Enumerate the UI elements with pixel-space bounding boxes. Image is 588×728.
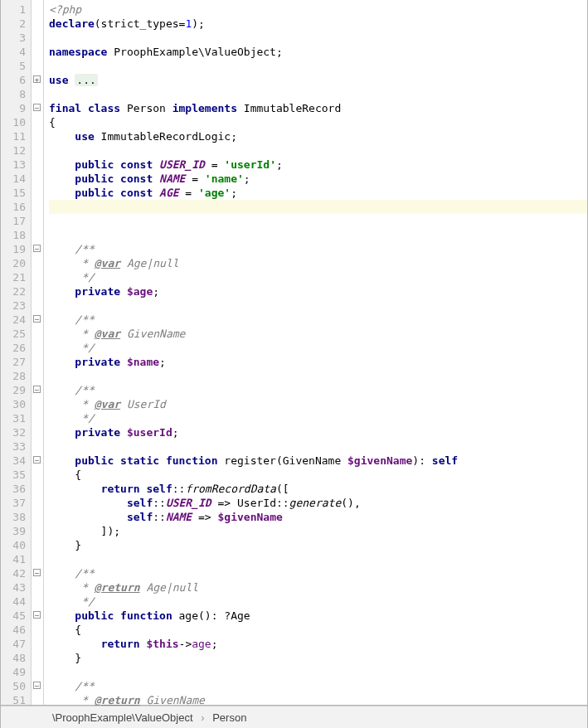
code-line[interactable] xyxy=(49,214,587,228)
fold-toggle-icon[interactable] xyxy=(33,611,41,619)
code-line[interactable] xyxy=(49,87,587,101)
line-number[interactable]: 14 xyxy=(1,172,26,186)
line-number[interactable]: 35 xyxy=(1,468,26,482)
line-number[interactable]: 20 xyxy=(1,256,26,270)
line-number[interactable]: 49 xyxy=(1,665,26,679)
code-line[interactable] xyxy=(49,31,587,45)
code-line[interactable] xyxy=(49,439,587,454)
code-line[interactable]: namespace ProophExample\ValueObject; xyxy=(49,45,587,59)
code-line[interactable]: private $name; xyxy=(49,355,587,369)
line-number[interactable]: 13 xyxy=(1,158,26,172)
line-number[interactable]: 45 xyxy=(1,609,26,623)
code-line[interactable]: */ xyxy=(49,270,587,284)
code-line[interactable]: /** xyxy=(49,313,587,327)
code-line[interactable]: /** xyxy=(49,383,587,397)
line-number-gutter[interactable]: 1234568910111213141516171819202122232425… xyxy=(1,0,32,705)
code-line[interactable] xyxy=(49,200,587,214)
breadcrumb-leaf[interactable]: Person xyxy=(212,711,246,724)
line-number[interactable]: 24 xyxy=(1,313,26,327)
code-line[interactable]: private $userId; xyxy=(49,425,587,439)
line-number[interactable]: 43 xyxy=(1,580,26,595)
code-line[interactable]: } xyxy=(49,538,587,552)
line-number[interactable]: 10 xyxy=(1,115,26,129)
line-number[interactable]: 42 xyxy=(1,566,26,580)
line-number[interactable]: 28 xyxy=(1,369,26,383)
line-number[interactable]: 27 xyxy=(1,355,26,369)
code-line[interactable]: use ... xyxy=(49,73,587,87)
code-line[interactable]: public const NAME = 'name'; xyxy=(49,172,587,186)
code-editor[interactable]: 1234568910111213141516171819202122232425… xyxy=(1,0,587,706)
line-number[interactable]: 29 xyxy=(1,383,26,397)
line-number[interactable]: 18 xyxy=(1,228,26,242)
code-line[interactable]: public static function register(GivenNam… xyxy=(49,454,587,468)
code-line[interactable] xyxy=(49,143,587,158)
fold-toggle-icon[interactable] xyxy=(33,104,41,111)
code-line[interactable]: use ImmutableRecordLogic; xyxy=(49,129,587,143)
code-line[interactable]: { xyxy=(49,468,587,482)
line-number[interactable]: 3 xyxy=(1,31,26,45)
fold-toggle-icon[interactable] xyxy=(33,569,41,576)
line-number[interactable]: 15 xyxy=(1,186,26,200)
code-line[interactable] xyxy=(49,369,587,383)
line-number[interactable]: 37 xyxy=(1,496,26,510)
code-line[interactable] xyxy=(49,552,587,566)
fold-toggle-icon[interactable] xyxy=(33,245,41,252)
breadcrumb-root[interactable]: \ProophExample\ValueObject xyxy=(52,711,193,724)
line-number[interactable]: 51 xyxy=(1,693,26,707)
line-number[interactable]: 47 xyxy=(1,637,26,651)
line-number[interactable]: 41 xyxy=(1,552,26,566)
code-line[interactable]: public const USER_ID = 'userId'; xyxy=(49,158,587,172)
line-number[interactable]: 33 xyxy=(1,439,26,454)
code-line[interactable]: * @var GivenName xyxy=(49,327,587,341)
code-line[interactable]: * @var UserId xyxy=(49,397,587,411)
line-number[interactable]: 16 xyxy=(1,200,26,214)
code-line[interactable]: */ xyxy=(49,411,587,425)
code-line[interactable] xyxy=(49,298,587,313)
line-number[interactable]: 5 xyxy=(1,59,26,73)
code-area[interactable]: <?phpdeclare(strict_types=1); namespace … xyxy=(44,0,587,705)
fold-toggle-icon[interactable] xyxy=(33,682,41,689)
code-line[interactable]: * @return Age|null xyxy=(49,580,587,595)
line-number[interactable]: 11 xyxy=(1,129,26,143)
line-number[interactable]: 30 xyxy=(1,397,26,411)
line-number[interactable]: 31 xyxy=(1,411,26,425)
line-number[interactable]: 12 xyxy=(1,143,26,158)
line-number[interactable]: 34 xyxy=(1,454,26,468)
code-line[interactable]: * @return GivenName xyxy=(49,693,587,707)
line-number[interactable]: 4 xyxy=(1,45,26,59)
line-number[interactable]: 6 xyxy=(1,73,26,87)
fold-toggle-icon[interactable] xyxy=(33,315,41,323)
code-line[interactable]: */ xyxy=(49,341,587,355)
line-number[interactable]: 19 xyxy=(1,242,26,256)
code-line[interactable]: declare(strict_types=1); xyxy=(49,17,587,31)
code-line[interactable]: private $age; xyxy=(49,284,587,298)
code-line[interactable]: /** xyxy=(49,566,587,580)
code-line[interactable]: /** xyxy=(49,679,587,693)
line-number[interactable]: 26 xyxy=(1,341,26,355)
line-number[interactable]: 32 xyxy=(1,425,26,439)
code-line[interactable]: { xyxy=(49,623,587,637)
code-line[interactable]: self::USER_ID => UserId::generate(), xyxy=(49,496,587,510)
line-number[interactable]: 36 xyxy=(1,482,26,496)
code-line[interactable]: * @var Age|null xyxy=(49,256,587,270)
breadcrumb[interactable]: \ProophExample\ValueObject › Person xyxy=(1,706,587,728)
fold-column[interactable] xyxy=(32,0,44,705)
line-number[interactable]: 46 xyxy=(1,623,26,637)
fold-toggle-icon[interactable] xyxy=(33,386,41,393)
code-line[interactable]: ]); xyxy=(49,524,587,538)
code-line[interactable] xyxy=(49,228,587,242)
code-line[interactable]: return self::fromRecordData([ xyxy=(49,482,587,496)
line-number[interactable]: 1 xyxy=(1,2,26,17)
code-line[interactable]: return $this->age; xyxy=(49,637,587,651)
line-number[interactable]: 39 xyxy=(1,524,26,538)
line-number[interactable]: 9 xyxy=(1,101,26,115)
line-number[interactable]: 48 xyxy=(1,651,26,665)
code-line[interactable] xyxy=(49,59,587,73)
code-line[interactable]: } xyxy=(49,651,587,665)
line-number[interactable]: 25 xyxy=(1,327,26,341)
line-number[interactable]: 40 xyxy=(1,538,26,552)
fold-toggle-icon[interactable] xyxy=(33,456,41,463)
code-line[interactable]: public const AGE = 'age'; xyxy=(49,186,587,200)
code-line[interactable]: public function age(): ?Age xyxy=(49,609,587,623)
code-line[interactable]: <?php xyxy=(49,2,587,17)
